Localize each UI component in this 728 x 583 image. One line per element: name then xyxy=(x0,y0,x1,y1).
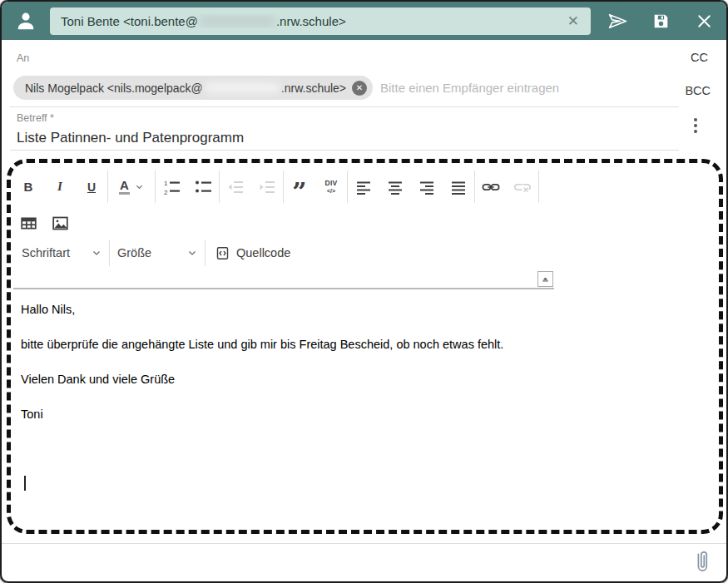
insert-image-button[interactable] xyxy=(44,210,76,236)
cc-button[interactable]: CC xyxy=(691,51,708,64)
underline-button[interactable]: U xyxy=(76,170,107,203)
font-size-dropdown[interactable]: Größe xyxy=(110,240,205,266)
source-code-icon xyxy=(215,246,230,260)
collapse-toolbar-button[interactable] xyxy=(537,271,553,287)
redacted-domain xyxy=(204,82,280,93)
bcc-button[interactable]: BCC xyxy=(685,84,711,97)
chevron-down-icon xyxy=(92,248,102,258)
recipient-placeholder: Bitte einen Empfänger eintragen xyxy=(380,81,559,95)
send-icon[interactable] xyxy=(607,11,628,32)
divider xyxy=(10,106,679,107)
recipient-chip[interactable]: Nils Mogelpack <nils.mogelpack@.nrw.schu… xyxy=(13,76,373,100)
to-label: An xyxy=(17,52,29,64)
compose-topbar: Toni Bente <toni.bente@.nrw.schule> ✕ xyxy=(2,2,726,40)
subject-input[interactable]: Liste Patinnen- und Patenprogramm xyxy=(17,130,244,146)
blockquote-button[interactable]: ” xyxy=(284,170,315,203)
source-code-button[interactable]: Quellcode xyxy=(206,240,300,266)
attachment-paperclip-icon[interactable] xyxy=(691,549,714,576)
topbar-actions xyxy=(607,11,715,32)
align-right-button[interactable] xyxy=(411,170,443,203)
divider xyxy=(10,150,679,151)
font-family-dropdown[interactable]: Schriftart xyxy=(14,240,109,266)
clear-sender-icon[interactable]: ✕ xyxy=(564,12,582,30)
bold-button[interactable]: B xyxy=(12,170,44,203)
ordered-list-button[interactable]: 1 2 xyxy=(156,170,187,203)
svg-text:2: 2 xyxy=(164,189,168,195)
align-left-button[interactable] xyxy=(348,170,379,203)
body-paragraph: Toni xyxy=(21,408,709,422)
collapse-up-icon xyxy=(541,274,550,284)
save-draft-icon[interactable] xyxy=(651,11,671,32)
body-paragraph: bitte überprüfe die angehängte Liste und… xyxy=(21,338,709,352)
subject-label: Betreff * xyxy=(17,112,54,124)
font-color-button[interactable]: A xyxy=(108,170,155,203)
div-container-button[interactable]: DIV</> xyxy=(315,170,347,203)
increase-indent-button xyxy=(251,170,283,203)
text-cursor xyxy=(24,476,26,491)
justify-button[interactable] xyxy=(443,170,474,203)
toolbar-divider xyxy=(13,288,554,289)
font-toolbar: Schriftart Größe Quellcode xyxy=(14,240,300,266)
format-toolbar: B I U A 1 2 xyxy=(12,170,539,203)
remove-link-button xyxy=(507,170,538,203)
insert-table-button[interactable] xyxy=(12,210,44,236)
redacted-domain xyxy=(199,16,275,27)
message-body-editor[interactable]: Hallo Nils, bitte überprüfe die angehäng… xyxy=(21,303,709,523)
chevron-down-icon xyxy=(187,248,197,258)
attachment-bar xyxy=(2,544,726,581)
remove-recipient-icon[interactable]: ✕ xyxy=(352,81,367,96)
chevron-down-icon xyxy=(135,182,144,191)
sender-select[interactable]: Toni Bente <toni.bente@.nrw.schule> ✕ xyxy=(50,7,591,35)
sender-address: Toni Bente <toni.bente@.nrw.schule> xyxy=(61,14,564,28)
svg-text:1: 1 xyxy=(164,180,168,187)
decrease-indent-button xyxy=(220,170,251,203)
compose-window: Toni Bente <toni.bente@.nrw.schule> ✕ An… xyxy=(0,0,728,583)
options-menu-icon[interactable] xyxy=(692,116,699,135)
close-icon[interactable] xyxy=(694,11,715,32)
sender-avatar-icon xyxy=(15,10,37,32)
insert-link-button[interactable] xyxy=(475,170,507,203)
italic-button[interactable]: I xyxy=(44,170,76,203)
bullet-list-button[interactable] xyxy=(187,170,219,203)
body-paragraph: Hallo Nils, xyxy=(21,303,709,317)
recipient-input[interactable]: Nils Mogelpack <nils.mogelpack@.nrw.schu… xyxy=(13,76,668,100)
align-center-button[interactable] xyxy=(379,170,411,203)
highlight-dashed-border: B I U A 1 2 xyxy=(7,159,723,534)
insert-toolbar xyxy=(12,210,76,236)
body-paragraph: Vielen Dank und viele Grüße xyxy=(21,373,709,387)
